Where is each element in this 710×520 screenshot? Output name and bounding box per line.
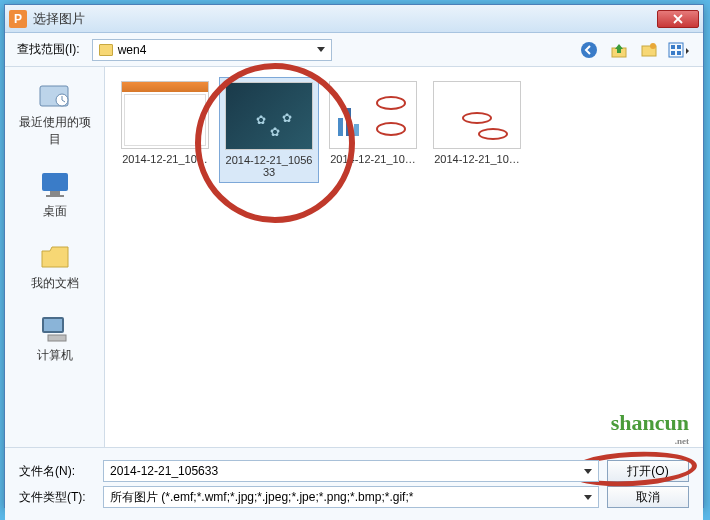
file-item[interactable]: 2014-12-21_10…: [427, 77, 527, 183]
back-icon: [580, 41, 598, 59]
svg-rect-13: [46, 195, 64, 197]
toolbar: 查找范围(I): wen4: [5, 33, 703, 67]
svg-rect-7: [671, 51, 675, 55]
back-button[interactable]: [577, 39, 601, 61]
chevron-down-icon: [317, 47, 325, 52]
svg-rect-8: [677, 51, 681, 55]
dialog-window: P 选择图片 查找范围(I): wen4 最近使用的项目: [4, 4, 704, 508]
open-button[interactable]: 打开(O): [607, 460, 689, 482]
svg-rect-11: [42, 173, 68, 191]
cancel-button[interactable]: 取消: [607, 486, 689, 508]
new-folder-icon: [640, 41, 658, 59]
up-icon: [610, 41, 628, 59]
lookIn-value: wen4: [118, 43, 147, 57]
close-icon: [673, 14, 683, 24]
up-button[interactable]: [607, 39, 631, 61]
svg-rect-5: [671, 45, 675, 49]
sidebar-item-desktop[interactable]: 桌面: [9, 164, 100, 224]
filename-input[interactable]: 2014-12-21_105633: [103, 460, 599, 482]
filetype-value: 所有图片 (*.emf;*.wmf;*.jpg;*.jpeg;*.jpe;*.p…: [110, 489, 413, 506]
close-button[interactable]: [657, 10, 699, 28]
titlebar[interactable]: P 选择图片: [5, 5, 703, 33]
file-label: 2014-12-21_105633: [224, 154, 314, 178]
file-thumbnail: ✿ ✿ ✿: [225, 82, 313, 150]
sidebar-item-label: 计算机: [37, 347, 73, 364]
filetype-combo[interactable]: 所有图片 (*.emf;*.wmf;*.jpg;*.jpeg;*.jpe;*.p…: [103, 486, 599, 508]
recent-icon: [37, 79, 73, 111]
file-item[interactable]: ✿ ✿ ✿ 2014-12-21_105633: [219, 77, 319, 183]
file-thumbnail: [329, 81, 417, 149]
svg-rect-12: [50, 191, 60, 195]
sidebar-item-label: 最近使用的项目: [13, 114, 96, 148]
watermark: shancun .net: [611, 410, 689, 446]
computer-icon: [37, 312, 73, 344]
svg-rect-16: [48, 335, 66, 341]
lookIn-combo[interactable]: wen4: [92, 39, 332, 61]
content-area: 最近使用的项目 桌面 我的文档 计算机 2014-12-21_10…: [5, 67, 703, 447]
file-thumbnail: [121, 81, 209, 149]
sidebar-item-label: 桌面: [43, 203, 67, 220]
file-item[interactable]: 2014-12-21_10…: [115, 77, 215, 183]
filename-label: 文件名(N):: [19, 463, 95, 480]
folder-icon: [99, 44, 113, 56]
watermark-text: shancun: [611, 410, 689, 435]
app-icon: P: [9, 10, 27, 28]
lookIn-label: 查找范围(I):: [17, 41, 80, 58]
sidebar-item-documents[interactable]: 我的文档: [9, 236, 100, 296]
desktop-icon: [37, 168, 73, 200]
window-title: 选择图片: [33, 10, 657, 28]
chevron-down-icon: [584, 495, 592, 500]
file-label: 2014-12-21_10…: [434, 153, 520, 165]
filename-value: 2014-12-21_105633: [110, 464, 218, 478]
svg-point-3: [650, 43, 656, 49]
sidebar-item-label: 我的文档: [31, 275, 79, 292]
view-menu-icon: [668, 41, 690, 59]
file-label: 2014-12-21_10…: [330, 153, 416, 165]
chevron-down-icon: [584, 469, 592, 474]
file-list[interactable]: 2014-12-21_10… ✿ ✿ ✿ 2014-12-21_105633 2…: [105, 67, 703, 447]
svg-rect-6: [677, 45, 681, 49]
view-button[interactable]: [667, 39, 691, 61]
filetype-label: 文件类型(T):: [19, 489, 95, 506]
new-folder-button[interactable]: [637, 39, 661, 61]
sidebar-item-computer[interactable]: 计算机: [9, 308, 100, 368]
bottom-panel: 文件名(N): 2014-12-21_105633 打开(O) 文件类型(T):…: [5, 447, 703, 520]
file-label: 2014-12-21_10…: [122, 153, 208, 165]
places-sidebar: 最近使用的项目 桌面 我的文档 计算机: [5, 67, 105, 447]
file-item[interactable]: 2014-12-21_10…: [323, 77, 423, 183]
watermark-sub: .net: [611, 436, 689, 446]
file-thumbnail: [433, 81, 521, 149]
sidebar-item-recent[interactable]: 最近使用的项目: [9, 75, 100, 152]
documents-icon: [37, 240, 73, 272]
svg-rect-15: [44, 319, 62, 331]
svg-point-0: [581, 42, 597, 58]
